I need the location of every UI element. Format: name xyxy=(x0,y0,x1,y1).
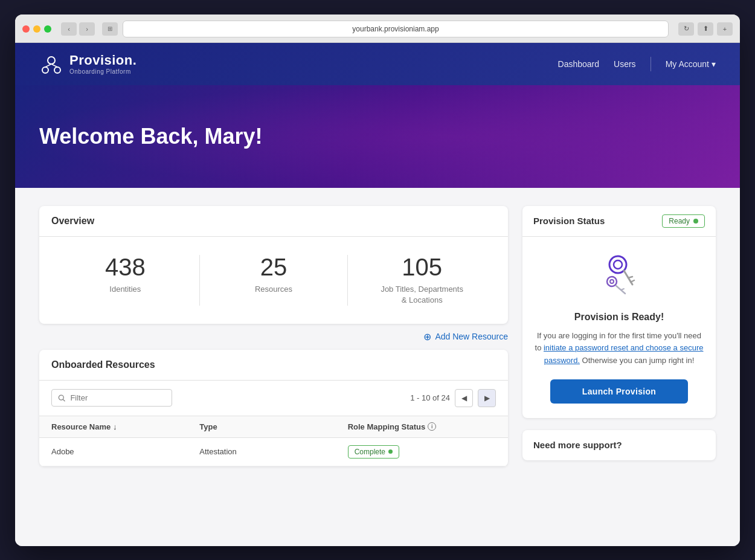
col-type-label: Type xyxy=(199,422,217,431)
status-badge: Complete xyxy=(348,445,399,459)
support-title: Need more support? xyxy=(533,440,622,450)
info-icon[interactable]: i xyxy=(428,422,436,431)
plus-icon: ⊕ xyxy=(423,331,431,343)
chevron-down-icon: ▾ xyxy=(712,59,716,69)
col-resource-name: Resource Name ↓ xyxy=(51,422,199,431)
logo-subtitle: Onboarding Platform xyxy=(69,68,137,75)
nav-dashboard[interactable]: Dashboard xyxy=(558,59,600,69)
forward-button[interactable]: › xyxy=(79,22,95,36)
close-button[interactable] xyxy=(22,25,30,33)
next-page-button[interactable]: ▶ xyxy=(478,389,496,407)
overview-stats: 438 Identities 25 Resources 105 Job Titl… xyxy=(39,237,508,324)
resources-card-header: Onboarded Resources xyxy=(39,350,508,381)
logo-area: Provision. Onboarding Platform xyxy=(39,52,137,76)
nav-links: Dashboard Users My Account ▾ xyxy=(558,57,716,71)
svg-point-0 xyxy=(48,57,55,64)
nav-account[interactable]: My Account ▾ xyxy=(666,59,716,69)
cell-type: Attestation xyxy=(199,447,347,456)
pagination-text: 1 - 10 of 24 xyxy=(410,393,450,402)
page-content: Provision. Onboarding Platform Dashboard… xyxy=(15,43,740,546)
svg-point-1 xyxy=(42,67,48,73)
new-tab-button[interactable]: + xyxy=(717,22,733,36)
provision-status-card: Provision Status Ready xyxy=(522,206,716,418)
col-type: Type xyxy=(199,422,347,431)
resources-card-title: Onboarded Resources xyxy=(51,359,155,370)
url-text: yourbank.provisioniam.app xyxy=(352,25,439,33)
status-badge-label: Complete xyxy=(355,448,385,456)
stat-identities: 438 Identities xyxy=(51,255,200,306)
main-content: Overview 438 Identities 25 Resources 105 xyxy=(15,188,740,484)
ready-badge: Ready xyxy=(662,214,705,228)
svg-point-13 xyxy=(610,280,614,283)
ready-dot xyxy=(693,219,698,224)
left-column: Overview 438 Identities 25 Resources 105 xyxy=(39,206,508,466)
resources-card: Onboarded Resources 1 - 10 of 24 xyxy=(39,350,508,466)
svg-line-4 xyxy=(51,64,57,67)
nav-account-label: My Account xyxy=(666,59,709,69)
launch-provision-button[interactable]: Launch Provision xyxy=(550,379,687,404)
table-row: Adobe Attestation Complete xyxy=(39,438,508,466)
nav-divider xyxy=(651,57,651,71)
provision-description: If you are logging in for the first time… xyxy=(533,330,705,367)
filter-input-wrap xyxy=(51,389,172,407)
provision-status-title: Provision Status xyxy=(533,216,605,226)
app-nav: Provision. Onboarding Platform Dashboard… xyxy=(15,43,740,85)
filter-row: 1 - 10 of 24 ◀ ▶ xyxy=(39,381,508,416)
hero-title: Welcome Back, Mary! xyxy=(39,124,263,149)
svg-line-15 xyxy=(621,289,624,290)
add-resource-label: Add New Resource xyxy=(435,332,508,341)
logo-title: Provision. xyxy=(69,53,137,68)
add-resource-link[interactable]: ⊕ Add New Resource xyxy=(423,331,508,343)
overview-card-header: Overview xyxy=(39,206,508,237)
stat-number-job-titles: 105 xyxy=(360,255,484,279)
provision-desc-text-2: Otherwise you can jump right in! xyxy=(580,356,694,365)
provision-body: Provision is Ready! If you are logging i… xyxy=(522,237,716,418)
logo-text: Provision. Onboarding Platform xyxy=(69,53,137,75)
browser-chrome: ‹ › ⊞ yourbank.provisioniam.app ↻ ⬆ + xyxy=(15,14,740,43)
svg-point-2 xyxy=(54,67,60,73)
ready-badge-label: Ready xyxy=(669,217,690,225)
overview-card-title: Overview xyxy=(51,216,94,226)
support-card: Need more support? xyxy=(522,430,716,460)
logo-icon xyxy=(39,52,63,76)
maximize-button[interactable] xyxy=(44,25,51,33)
overview-card: Overview 438 Identities 25 Resources 105 xyxy=(39,206,508,324)
reload-button[interactable]: ↻ xyxy=(678,22,694,36)
svg-point-12 xyxy=(607,277,617,286)
provision-ready-title: Provision is Ready! xyxy=(533,312,705,323)
svg-point-5 xyxy=(59,395,63,400)
pagination-area: 1 - 10 of 24 ◀ ▶ xyxy=(410,389,496,407)
hero-banner: Welcome Back, Mary! xyxy=(15,85,740,188)
col-role-mapping: Role Mapping Status i xyxy=(348,422,496,431)
minimize-button[interactable] xyxy=(33,25,40,33)
col-resource-name-label: Resource Name ↓ xyxy=(51,422,117,431)
share-button[interactable]: ⬆ xyxy=(698,22,713,36)
filter-input[interactable] xyxy=(70,393,165,402)
keys-icon xyxy=(595,251,643,300)
stat-label-resources: Resources xyxy=(212,284,336,295)
status-dot xyxy=(388,449,393,454)
provision-status-header: Provision Status Ready xyxy=(522,206,716,237)
svg-line-11 xyxy=(631,280,634,282)
sidebar-button[interactable]: ⊞ xyxy=(102,22,118,36)
stat-resources: 25 Resources xyxy=(200,255,349,306)
cell-resource-name: Adobe xyxy=(51,447,199,456)
add-resource-row: ⊕ Add New Resource xyxy=(39,324,508,350)
nav-buttons: ‹ › xyxy=(61,22,95,36)
col-role-mapping-label: Role Mapping Status xyxy=(348,422,426,431)
stat-label-identities: Identities xyxy=(63,284,187,295)
prev-page-button[interactable]: ◀ xyxy=(455,389,473,407)
back-button[interactable]: ‹ xyxy=(61,22,77,36)
svg-line-3 xyxy=(45,64,51,67)
browser-actions: ↻ ⬆ + xyxy=(678,22,733,36)
cell-status: Complete xyxy=(348,445,496,459)
stat-number-identities: 438 xyxy=(63,255,187,279)
nav-users[interactable]: Users xyxy=(614,59,636,69)
traffic-lights xyxy=(22,25,51,33)
stat-job-titles: 105 Job Titles, Departments & Locations xyxy=(348,255,496,306)
stat-number-resources: 25 xyxy=(212,255,336,279)
right-column: Provision Status Ready xyxy=(522,206,716,466)
stat-label-job-titles: Job Titles, Departments & Locations xyxy=(360,284,484,306)
address-bar[interactable]: yourbank.provisioniam.app xyxy=(123,21,669,37)
svg-line-6 xyxy=(63,399,65,401)
